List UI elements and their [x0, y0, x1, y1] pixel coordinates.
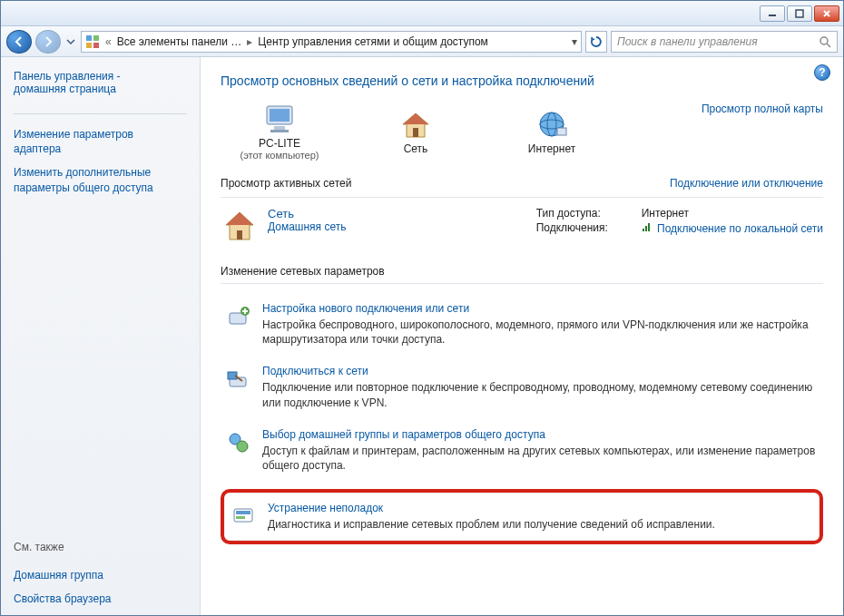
connect-disconnect-link[interactable]: Подключение или отключение	[670, 177, 823, 190]
refresh-button[interactable]	[585, 31, 607, 53]
svg-rect-18	[557, 128, 566, 135]
control-panel-window: « Все элементы панели … ▸ Центр управлен…	[0, 0, 844, 616]
sidebar-link-adapter-l2: адаптера	[14, 142, 187, 156]
sidebar-home-link[interactable]: Панель управления - домашняя страница	[14, 70, 187, 95]
chevron-right-icon: ▸	[247, 35, 252, 48]
address-dropdown-icon[interactable]: ▾	[572, 35, 577, 48]
separator2	[221, 283, 823, 284]
breadcrumb-root[interactable]: Все элементы панели …	[117, 35, 242, 48]
pc-icon	[261, 103, 298, 135]
sidebar-home-line2: домашняя страница	[14, 83, 187, 95]
maximize-button[interactable]	[787, 5, 812, 22]
map-net-label: Сеть	[404, 142, 428, 155]
sidebar-link-homegroup[interactable]: Домашняя группа	[14, 568, 187, 582]
svg-rect-22	[648, 223, 650, 231]
svg-rect-19	[237, 230, 242, 240]
map-node-network: Сеть	[357, 108, 475, 155]
search-placeholder: Поиск в панели управления	[617, 35, 758, 48]
svg-rect-20	[643, 229, 644, 231]
new-connection-icon	[226, 304, 251, 329]
svg-point-8	[820, 37, 828, 44]
navigation-bar: « Все элементы панели … ▸ Центр управлен…	[1, 26, 843, 57]
minimize-button[interactable]	[760, 5, 785, 22]
svg-rect-11	[270, 109, 290, 122]
window-body: Панель управления - домашняя страница Из…	[1, 57, 843, 615]
connection-link[interactable]: Подключение по локальной сети	[657, 222, 823, 235]
change-settings-title: Изменение сетевых параметров	[221, 265, 823, 278]
access-type-value: Интернет	[642, 207, 689, 220]
task-connect-network[interactable]: Подключиться к сети Подключение или повт…	[221, 356, 823, 418]
map-node-internet: Интернет	[493, 108, 611, 155]
sidebar: Панель управления - домашняя страница Из…	[1, 57, 201, 615]
task-troubleshoot[interactable]: Устранение неполадок Диагностика и испра…	[221, 489, 823, 544]
view-full-map-link[interactable]: Просмотр полной карты	[702, 103, 823, 115]
network-map: PC-LITE (этот компьютер) Сеть	[221, 103, 611, 161]
svg-rect-33	[236, 511, 250, 514]
task-title: Подключиться к сети	[262, 365, 818, 377]
address-bar[interactable]: « Все элементы панели … ▸ Центр управлен…	[81, 31, 582, 53]
sidebar-home-line1: Панель управления -	[14, 70, 187, 83]
search-icon	[819, 35, 831, 48]
active-network-type-link[interactable]: Домашняя сеть	[268, 220, 346, 233]
svg-rect-14	[413, 128, 418, 137]
task-desc: Настройка беспроводного, широкополосного…	[262, 318, 818, 347]
sidebar-link-sharing-l2: параметры общего доступа	[14, 181, 187, 195]
control-panel-icon	[85, 34, 100, 49]
nav-forward-button[interactable]	[35, 30, 61, 54]
active-network-block: Сеть Домашняя сеть Тип доступа: Интернет…	[221, 207, 823, 245]
sidebar-link-adapter[interactable]: Изменение параметров адаптера	[14, 127, 187, 156]
help-icon[interactable]: ?	[814, 64, 830, 81]
nav-back-button[interactable]	[6, 30, 32, 54]
svg-rect-5	[93, 35, 99, 41]
task-list: Настройка нового подключения или сети На…	[221, 293, 823, 544]
map-inet-label: Интернет	[528, 142, 575, 155]
task-homegroup[interactable]: Выбор домашней группы и параметров общег…	[221, 419, 823, 482]
troubleshoot-icon	[231, 504, 257, 529]
network-house-icon	[221, 207, 259, 245]
sidebar-seealso-title: См. также	[14, 541, 187, 553]
house-icon	[397, 108, 434, 141]
svg-rect-13	[270, 130, 289, 132]
sidebar-link-browser[interactable]: Свойства браузера	[14, 592, 187, 606]
active-networks-title: Просмотр активных сетей	[221, 177, 351, 190]
task-title: Устранение неполадок	[268, 502, 812, 514]
task-desc: Подключение или повторное подключение к …	[262, 380, 818, 409]
nav-history-dropdown[interactable]	[64, 30, 77, 54]
svg-rect-21	[645, 226, 647, 231]
chevron-left-icon: «	[105, 35, 112, 48]
svg-rect-6	[86, 43, 92, 48]
svg-rect-12	[274, 126, 285, 130]
homegroup-icon	[226, 430, 251, 455]
sidebar-link-adapter-l1: Изменение параметров	[14, 127, 187, 142]
task-desc: Диагностика и исправление сетевых пробле…	[268, 517, 812, 532]
lan-icon	[642, 221, 654, 232]
task-new-connection[interactable]: Настройка нового подключения или сети На…	[221, 293, 823, 356]
breadcrumb-current[interactable]: Центр управления сетями и общим доступом	[258, 35, 488, 48]
active-network-name[interactable]: Сеть	[268, 207, 346, 220]
svg-rect-7	[93, 43, 99, 48]
map-pc-label: PC-LITE	[259, 137, 300, 150]
svg-rect-4	[86, 35, 92, 41]
sidebar-separator	[14, 113, 187, 114]
map-node-pc: PC-LITE (этот компьютер)	[221, 103, 339, 161]
page-title: Просмотр основных сведений о сети и наст…	[221, 73, 823, 88]
access-type-label: Тип доступа:	[536, 207, 627, 220]
map-pc-sub: (этот компьютер)	[240, 150, 319, 161]
task-desc: Доступ к файлам и принтерам, расположенн…	[262, 444, 818, 473]
content-area: ? Просмотр основных сведений о сети и на…	[201, 57, 843, 615]
task-title: Настройка нового подключения или сети	[262, 302, 818, 315]
svg-rect-34	[236, 516, 245, 519]
search-input[interactable]: Поиск в панели управления	[611, 31, 838, 53]
connect-network-icon	[226, 367, 251, 392]
svg-point-31	[237, 441, 248, 452]
svg-line-9	[827, 44, 830, 47]
window-titlebar	[1, 1, 843, 26]
svg-rect-1	[796, 10, 803, 17]
task-title: Выбор домашней группы и параметров общег…	[262, 428, 818, 441]
globe-icon	[534, 108, 570, 141]
close-button[interactable]	[814, 5, 839, 22]
sidebar-link-sharing[interactable]: Изменить дополнительные параметры общего…	[14, 165, 187, 194]
separator	[221, 197, 823, 198]
sidebar-link-sharing-l1: Изменить дополнительные	[14, 165, 187, 180]
connections-label: Подключения:	[536, 221, 627, 235]
